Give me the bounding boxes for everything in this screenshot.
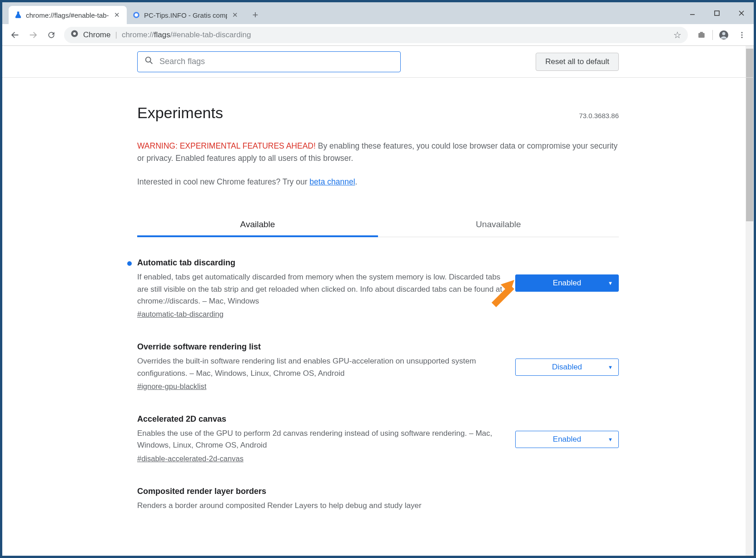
search-icon <box>144 55 154 68</box>
flask-icon <box>14 11 22 19</box>
extension-icon[interactable] <box>694 28 709 42</box>
bookmark-star-icon[interactable]: ☆ <box>673 30 681 40</box>
scrollbar[interactable]: ▲ <box>746 46 754 556</box>
tab-unavailable[interactable]: Unavailable <box>378 213 619 237</box>
close-window-button[interactable] <box>729 4 754 22</box>
svg-point-14 <box>741 36 743 38</box>
svg-rect-8 <box>698 33 705 38</box>
flag-description: Enables the use of the GPU to perform 2d… <box>137 428 503 452</box>
browser-tab-active[interactable]: chrome://flags/#enable-tab-disc ✕ <box>9 6 127 24</box>
search-input[interactable]: Search flags <box>137 51 401 72</box>
svg-line-16 <box>150 62 153 64</box>
menu-icon[interactable] <box>735 28 749 42</box>
page-title: Experiments <box>137 104 223 122</box>
flag-description: If enabled, tabs get automatically disca… <box>137 271 503 307</box>
version-label: 73.0.3683.86 <box>579 112 619 120</box>
url-text: chrome://flags/#enable-tab-discarding <box>122 30 669 40</box>
tab-strip: chrome://flags/#enable-tab-disc ✕ PC-Tip… <box>2 2 754 24</box>
reload-button[interactable] <box>43 27 60 43</box>
back-button[interactable] <box>7 27 23 43</box>
flag-item: Accelerated 2D canvasEnables the use of … <box>137 414 619 463</box>
tab-title: PC-Tips.INFO - Gratis computer t <box>144 11 227 19</box>
flag-title: Automatic tab discarding <box>137 258 503 268</box>
beta-channel-text: Interested in cool new Chrome features? … <box>137 177 619 187</box>
profile-icon[interactable] <box>716 28 731 42</box>
chevron-down-icon: ▼ <box>608 280 613 286</box>
svg-point-7 <box>73 32 76 35</box>
svg-point-13 <box>741 34 743 35</box>
close-icon[interactable]: ✕ <box>113 11 121 19</box>
tab-available[interactable]: Available <box>137 213 378 237</box>
omnibox-divider: | <box>115 30 117 40</box>
flag-title: Override software rendering list <box>137 342 503 352</box>
flag-anchor-link[interactable]: #disable-accelerated-2d-canvas <box>137 454 244 463</box>
flag-anchor-link[interactable]: #automatic-tab-discarding <box>137 310 224 318</box>
svg-rect-3 <box>715 11 719 15</box>
flag-description: Overrides the built-in software renderin… <box>137 355 503 379</box>
flag-select[interactable]: Enabled▼ <box>515 274 619 292</box>
svg-point-1 <box>134 13 138 17</box>
flag-item: Automatic tab discardingIf enabled, tabs… <box>137 258 619 319</box>
minimize-button[interactable] <box>680 4 705 22</box>
maximize-button[interactable] <box>705 4 729 22</box>
flag-select[interactable]: Disabled▼ <box>515 359 619 376</box>
flag-title: Composited render layer borders <box>137 487 619 496</box>
flag-item: Composited render layer bordersRenders a… <box>137 487 619 514</box>
url-scheme-label: Chrome <box>83 30 110 40</box>
flag-description: Renders a border around composited Rende… <box>137 500 619 512</box>
globe-icon <box>132 11 140 19</box>
chevron-down-icon: ▼ <box>608 437 613 442</box>
reset-all-button[interactable]: Reset all to default <box>536 53 619 71</box>
flag-select[interactable]: Enabled▼ <box>515 431 619 448</box>
tab-title: chrome://flags/#enable-tab-disc <box>26 11 109 19</box>
browser-tab-inactive[interactable]: PC-Tips.INFO - Gratis computer t ✕ <box>127 6 245 24</box>
chevron-down-icon: ▼ <box>608 364 613 370</box>
flag-anchor-link[interactable]: #ignore-gpu-blacklist <box>137 382 206 390</box>
svg-point-12 <box>741 32 743 33</box>
beta-channel-link[interactable]: beta channel <box>309 177 355 186</box>
flag-title: Accelerated 2D canvas <box>137 414 503 424</box>
svg-point-15 <box>146 57 151 62</box>
svg-rect-9 <box>700 32 703 33</box>
omnibox[interactable]: Chrome | chrome://flags/#enable-tab-disc… <box>64 27 688 43</box>
search-placeholder: Search flags <box>159 57 205 66</box>
forward-button[interactable] <box>25 27 41 43</box>
flag-item: Override software rendering listOverride… <box>137 342 619 391</box>
new-tab-button[interactable]: + <box>248 7 263 23</box>
warning-text: WARNING: EXPERIMENTAL FEATURES AHEAD! By… <box>137 140 619 164</box>
toolbar-separator <box>712 30 713 40</box>
chrome-icon <box>70 30 79 40</box>
svg-point-11 <box>722 32 726 35</box>
close-icon[interactable]: ✕ <box>231 11 239 19</box>
browser-toolbar: Chrome | chrome://flags/#enable-tab-disc… <box>2 24 754 46</box>
modified-dot-icon <box>127 261 132 266</box>
